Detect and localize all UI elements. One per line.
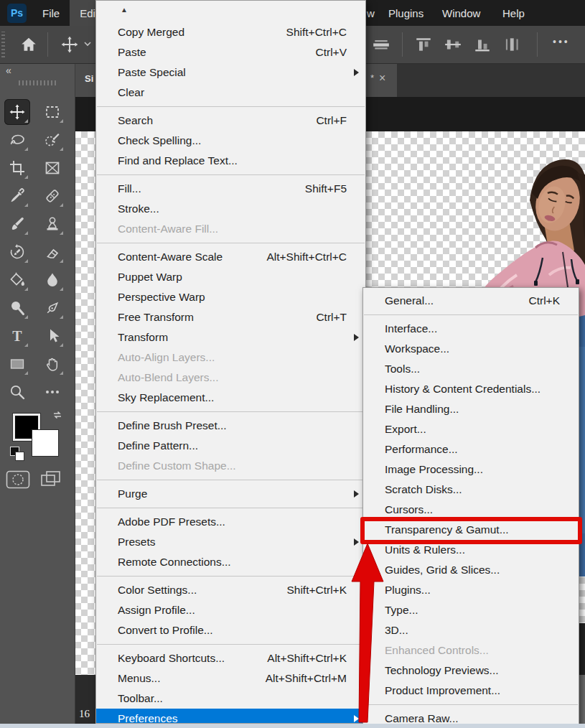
menu-item-product-improvement[interactable]: Product Improvement... [363, 681, 579, 701]
menu-item-presets[interactable]: Presets [96, 532, 365, 552]
menu-item-paste-special[interactable]: Paste Special [96, 62, 365, 83]
menu-item-perspective-warp[interactable]: Perspective Warp [96, 287, 365, 307]
lasso-tool-button[interactable] [4, 127, 30, 153]
menu-item-define-custom-shape[interactable]: Define Custom Shape... [96, 456, 365, 476]
dodge-tool-button[interactable] [4, 295, 30, 321]
menu-item-check-spelling[interactable]: Check Spelling... [96, 131, 365, 151]
move-tool-option-icon[interactable] [60, 35, 79, 54]
scroll-up-icon[interactable]: ▲ [96, 1, 365, 19]
menu-item-convert-to-profile[interactable]: Convert to Profile... [96, 620, 365, 640]
menu-item-cursors[interactable]: Cursors... [363, 500, 579, 520]
pen-tool-button[interactable] [39, 295, 65, 321]
quick-mask-button[interactable] [6, 470, 30, 489]
menu-item-content-aware-fill[interactable]: Content-Aware Fill... [96, 219, 365, 239]
menu-window[interactable]: Window [442, 0, 480, 26]
menu-item-units-rulers[interactable]: Units & Rulers... [363, 540, 579, 560]
menu-item-define-pattern[interactable]: Define Pattern... [96, 436, 365, 456]
type-tool-button[interactable]: T [4, 323, 30, 349]
menu-item-content-aware-scale[interactable]: Content-Aware Scale Alt+Shift+Ctrl+C [96, 247, 365, 267]
rectangle-tool-button[interactable] [4, 351, 30, 377]
menu-item-paste[interactable]: Paste Ctrl+V [96, 42, 365, 62]
menu-item-scratch-disks[interactable]: Scratch Disks... [363, 480, 579, 500]
more-options-icon[interactable]: ••• [553, 36, 570, 47]
menu-view-partial[interactable]: w [367, 0, 375, 26]
menu-item-copy-merged[interactable]: Copy Merged Shift+Ctrl+C [96, 22, 365, 42]
menu-item-general[interactable]: General... Ctrl+K [363, 291, 579, 311]
options-bar-grip[interactable] [1, 32, 5, 57]
swap-colors-icon[interactable] [52, 409, 63, 421]
menu-item-menus[interactable]: Menus... Alt+Shift+Ctrl+M [96, 668, 365, 689]
menu-item-define-brush-preset[interactable]: Define Brush Preset... [96, 416, 365, 436]
menu-item-search[interactable]: Search Ctrl+F [96, 111, 365, 131]
menu-item-auto-blend-layers[interactable]: Auto-Blend Layers... [96, 368, 365, 388]
menu-item-type[interactable]: Type... [363, 600, 579, 620]
menu-item-file-handling[interactable]: File Handling... [363, 399, 579, 419]
align-vertical-centers-icon[interactable] [444, 35, 462, 54]
menu-item-workspace[interactable]: Workspace... [363, 339, 579, 359]
move-tool-button[interactable] [4, 99, 30, 125]
tab-close-icon[interactable]: × [379, 72, 385, 85]
menu-item-technology-previews[interactable]: Technology Previews... [363, 661, 579, 681]
menu-item-label: Product Improvement... [385, 684, 500, 697]
home-icon[interactable] [19, 35, 39, 54]
menu-item-transparency-gamut[interactable]: Transparency & Gamut... [363, 520, 579, 540]
menu-help[interactable]: Help [502, 0, 525, 26]
crop-tool-button[interactable] [4, 155, 30, 181]
menu-item-stroke[interactable]: Stroke... [96, 199, 365, 219]
menu-item-fill[interactable]: Fill... Shift+F5 [96, 179, 365, 199]
panel-drag-handle[interactable] [19, 80, 56, 85]
clone-stamp-tool-button[interactable] [39, 211, 65, 237]
healing-brush-tool-button[interactable] [39, 183, 65, 209]
menu-item-clear[interactable]: Clear [96, 83, 365, 103]
default-colors-icon[interactable] [10, 447, 24, 461]
align-horizontal-centers-icon[interactable] [502, 35, 521, 54]
menu-item-enhanced-controls[interactable]: Enhanced Controls... [363, 640, 579, 661]
menu-item-puppet-warp[interactable]: Puppet Warp [96, 267, 365, 287]
menu-item-plugins[interactable]: Plugins... [363, 580, 579, 600]
menu-item-purge[interactable]: Purge [96, 484, 365, 504]
more-tools-button[interactable] [39, 379, 65, 405]
menu-item-interface[interactable]: Interface... [363, 319, 579, 339]
menu-item-transform[interactable]: Transform [96, 327, 365, 347]
menu-item-remote-connections[interactable]: Remote Connections... [96, 552, 365, 572]
menu-item-adobe-pdf-presets[interactable]: Adobe PDF Presets... [96, 512, 365, 532]
collapse-panel-button[interactable]: « [6, 65, 11, 76]
path-selection-tool-button[interactable] [39, 323, 65, 349]
menu-item-keyboard-shortcuts[interactable]: Keyboard Shortcuts... Alt+Shift+Ctrl+K [96, 648, 365, 668]
menu-item-guides-grid-slices[interactable]: Guides, Grid & Slices... [363, 560, 579, 580]
menu-item-toolbar[interactable]: Toolbar... [96, 689, 365, 709]
menu-item-performance[interactable]: Performance... [363, 439, 579, 459]
menu-plugins[interactable]: Plugins [388, 0, 423, 26]
menu-item-3d[interactable]: 3D... [363, 620, 579, 640]
rectangular-marquee-tool-button[interactable] [39, 99, 65, 125]
menu-item-preferences[interactable]: Preferences [96, 709, 365, 724]
menu-item-assign-profile[interactable]: Assign Profile... [96, 600, 365, 620]
align-top-edges-icon[interactable] [414, 35, 433, 54]
hand-tool-button[interactable] [39, 351, 65, 377]
history-brush-tool-button[interactable] [4, 239, 30, 265]
menu-item-free-transform[interactable]: Free Transform Ctrl+T [96, 307, 365, 327]
align-bottom-edges-icon[interactable] [473, 35, 492, 54]
brush-tool-button[interactable] [4, 211, 30, 237]
paint-bucket-tool-button[interactable] [4, 267, 30, 293]
menu-item-export[interactable]: Export... [363, 419, 579, 439]
menu-item-auto-align-layers[interactable]: Auto-Align Layers... [96, 347, 365, 368]
menu-item-image-processing[interactable]: Image Processing... [363, 459, 579, 480]
menu-file[interactable]: File [32, 0, 70, 26]
zoom-tool-button[interactable] [4, 379, 30, 405]
menu-item-sky-replacement[interactable]: Sky Replacement... [96, 388, 365, 408]
frame-tool-button[interactable] [39, 155, 65, 181]
align-center-icon[interactable] [372, 35, 390, 54]
menu-item-history-content-credentials[interactable]: History & Content Credentials... [363, 379, 579, 399]
eraser-tool-button[interactable] [39, 239, 65, 265]
menu-item-tools[interactable]: Tools... [363, 359, 579, 379]
background-color[interactable] [32, 429, 59, 457]
selection-brush-tool-button[interactable] [39, 127, 65, 153]
menu-item-label: Keyboard Shortcuts... [118, 652, 225, 665]
menu-item-find-and-replace-text[interactable]: Find and Replace Text... [96, 151, 365, 171]
menu-item-color-settings[interactable]: Color Settings... Shift+Ctrl+K [96, 580, 365, 600]
chevron-down-icon[interactable] [83, 40, 92, 47]
blur-tool-button[interactable] [39, 267, 65, 293]
eyedropper-tool-button[interactable] [4, 183, 30, 209]
screen-mode-button[interactable] [40, 470, 62, 489]
